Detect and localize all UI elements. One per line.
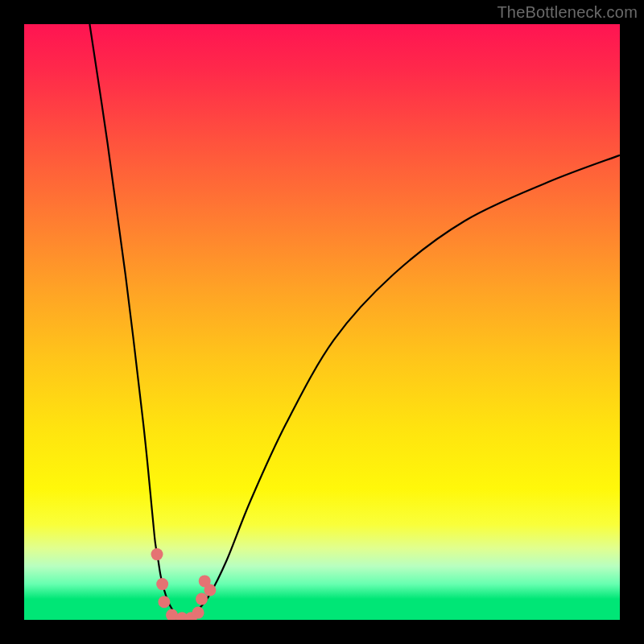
data-marker bbox=[158, 596, 170, 608]
chart-frame: TheBottleneck.com bbox=[0, 0, 644, 644]
watermark-text: TheBottleneck.com bbox=[497, 3, 638, 22]
data-marker bbox=[204, 584, 216, 597]
data-marker bbox=[151, 548, 163, 560]
curve-left-branch bbox=[89, 24, 184, 620]
data-marker bbox=[196, 593, 208, 605]
bottleneck-curve bbox=[24, 24, 620, 620]
plot-area bbox=[24, 24, 620, 620]
data-marker bbox=[192, 607, 204, 619]
curve-right-branch bbox=[185, 155, 620, 620]
data-markers bbox=[151, 548, 217, 620]
data-marker bbox=[156, 578, 168, 590]
